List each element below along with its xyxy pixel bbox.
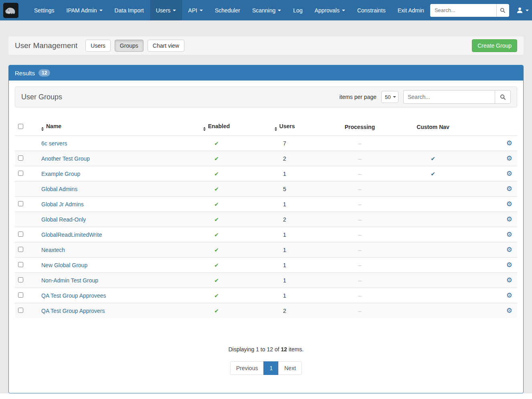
table-search-input[interactable] <box>403 90 495 104</box>
row-checkbox[interactable] <box>18 201 23 206</box>
column-header-name[interactable]: Name <box>38 119 190 136</box>
user-groups-toolbar: User Groups items per page 50 <box>15 87 517 107</box>
processing-value: – <box>358 171 362 177</box>
nav-label: Approvals <box>315 7 340 14</box>
row-enabled-cell: ✔ <box>190 181 243 197</box>
gear-icon[interactable]: ⚙ <box>506 200 512 208</box>
header-select-all <box>15 119 38 136</box>
row-enabled-cell: ✔ <box>190 227 243 242</box>
tab-users[interactable]: Users <box>85 40 111 52</box>
nav-item-data-import[interactable]: Data Import <box>109 0 150 20</box>
pagination-page-1[interactable]: 1 <box>263 361 279 375</box>
nav-item-settings[interactable]: Settings <box>28 0 61 20</box>
create-group-button[interactable]: Create Group <box>472 39 517 52</box>
group-name-link[interactable]: Another Test Group <box>41 155 90 162</box>
tab-chart-view[interactable]: Chart view <box>148 40 184 52</box>
nav-item-api[interactable]: API <box>182 0 209 20</box>
group-name-link[interactable]: Non-Admin Test Group <box>41 277 98 284</box>
enabled-check-icon: ✔ <box>214 292 219 299</box>
row-select-cell <box>15 303 38 318</box>
gear-icon[interactable]: ⚙ <box>506 231 512 238</box>
users-count: 7 <box>243 136 327 151</box>
row-actions-cell: ⚙ <box>473 212 517 227</box>
column-header-actions <box>473 119 517 136</box>
nav-item-log[interactable]: Log <box>287 0 308 20</box>
table-header-row: Name Enabled Users Processing Custom Nav <box>15 119 517 136</box>
items-per-page-select[interactable]: 50 <box>381 91 398 103</box>
gear-icon[interactable]: ⚙ <box>506 261 512 269</box>
group-name-link[interactable]: 6c servers <box>41 140 67 147</box>
table-row: Non-Admin Test Group ✔ 1 – ⚙ <box>15 273 517 288</box>
group-name-link[interactable]: Neaxtech <box>41 247 65 253</box>
group-name-link[interactable]: QA Test Group Approvers <box>41 308 105 314</box>
nav-item-constraints[interactable]: Constraints <box>351 0 392 20</box>
group-name-link[interactable]: Example Group <box>41 171 80 177</box>
group-name-link[interactable]: New Global Group <box>41 262 87 268</box>
column-header-enabled[interactable]: Enabled <box>190 119 243 136</box>
processing-value: – <box>358 140 362 147</box>
row-checkbox[interactable] <box>18 171 23 176</box>
nav-item-approvals[interactable]: Approvals <box>309 0 351 20</box>
sort-icon <box>203 127 206 131</box>
nav-item-users[interactable]: Users <box>150 0 182 20</box>
navbar-search-input[interactable] <box>430 4 496 17</box>
group-name-link[interactable]: Global Read-Only <box>41 216 86 223</box>
row-checkbox[interactable] <box>18 262 23 267</box>
pagination-next[interactable]: Next <box>278 361 302 375</box>
row-checkbox[interactable] <box>18 155 23 161</box>
gear-icon[interactable]: ⚙ <box>506 216 512 223</box>
column-label: Name <box>46 123 61 129</box>
group-name-link[interactable]: QA Test Group Approvees <box>41 292 106 299</box>
gear-icon[interactable]: ⚙ <box>506 292 512 299</box>
gear-icon[interactable]: ⚙ <box>506 155 512 162</box>
row-custom-nav-cell: ✔ <box>393 151 473 166</box>
row-enabled-cell: ✔ <box>190 151 243 166</box>
nav-label: Scheduler <box>215 7 240 14</box>
enabled-check-icon: ✔ <box>214 140 219 147</box>
column-label: Custom Nav <box>417 124 449 130</box>
gear-icon[interactable]: ⚙ <box>506 185 512 193</box>
users-count: 2 <box>243 303 327 318</box>
enabled-check-icon: ✔ <box>214 262 219 268</box>
row-select-cell <box>15 288 38 303</box>
gear-icon[interactable]: ⚙ <box>506 170 512 177</box>
nav-label: Users <box>156 7 171 14</box>
gear-icon[interactable]: ⚙ <box>506 276 512 284</box>
group-name-link[interactable]: Global Admins <box>41 186 77 192</box>
app-logo[interactable] <box>3 3 18 18</box>
gear-icon[interactable]: ⚙ <box>506 246 512 254</box>
nav-item-ipam-admin[interactable]: IPAM Admin <box>61 0 109 20</box>
pagination-previous[interactable]: Previous <box>230 361 264 375</box>
tab-groups[interactable]: Groups <box>115 40 144 52</box>
group-name-link[interactable]: Global Jr Admins <box>41 201 84 208</box>
users-count: 1 <box>243 197 327 212</box>
gear-icon[interactable]: ⚙ <box>506 139 512 147</box>
row-processing-cell: – <box>327 197 393 212</box>
row-checkbox[interactable] <box>18 308 23 313</box>
navbar-search-button[interactable] <box>496 4 509 17</box>
group-name-link[interactable]: GlobalReadLimitedWrite <box>41 232 102 238</box>
row-checkbox[interactable] <box>18 292 23 298</box>
row-checkbox[interactable] <box>18 247 23 252</box>
nav-item-exit-admin[interactable]: Exit Admin <box>392 0 430 20</box>
column-header-users[interactable]: Users <box>243 119 327 136</box>
sort-icon <box>41 127 44 131</box>
table-search-button[interactable] <box>495 90 511 104</box>
row-select-cell <box>15 212 38 227</box>
row-select-cell <box>15 227 38 242</box>
row-custom-nav-cell <box>393 303 473 318</box>
page-header-bar: User Management Users Groups Chart view … <box>8 36 524 55</box>
nav-label: Data Import <box>115 7 144 14</box>
gear-icon[interactable]: ⚙ <box>506 307 512 314</box>
row-select-cell <box>15 258 38 273</box>
row-checkbox[interactable] <box>18 277 23 282</box>
row-name-cell: 6c servers <box>38 136 190 151</box>
select-all-checkbox[interactable] <box>18 124 23 129</box>
user-menu[interactable] <box>516 5 530 15</box>
nav-item-scheduler[interactable]: Scheduler <box>209 0 246 20</box>
row-checkbox[interactable] <box>18 232 23 237</box>
nav-item-scanning[interactable]: Scanning <box>246 0 287 20</box>
summary-suffix: items. <box>287 346 303 353</box>
row-actions-cell: ⚙ <box>473 242 517 258</box>
summary-count: 12 <box>281 346 287 353</box>
